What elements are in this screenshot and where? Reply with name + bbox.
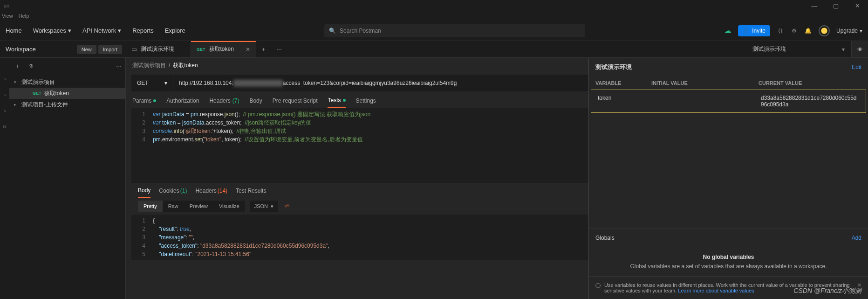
collection-label: 测试演示项目 bbox=[21, 78, 55, 86]
resp-tab-body[interactable]: Body bbox=[138, 183, 150, 198]
tab-label: 测试演示环境 bbox=[141, 45, 174, 53]
minimize-button[interactable]: — bbox=[804, 0, 825, 11]
search-input[interactable]: 🔍 Search Postman bbox=[324, 24, 585, 37]
maximize-button[interactable]: ▢ bbox=[825, 0, 847, 11]
tab-tests[interactable]: Tests bbox=[328, 93, 345, 108]
env-icon[interactable]: s bbox=[4, 108, 6, 113]
resp-tab-headers[interactable]: Headers(14) bbox=[195, 183, 227, 198]
breadcrumb-sep: / bbox=[169, 62, 170, 69]
avatar[interactable] bbox=[819, 25, 830, 36]
upgrade-button[interactable]: Upgrade▾ bbox=[836, 28, 862, 34]
cookie-count: (1) bbox=[180, 188, 187, 194]
collection-label: 测试项目-上传文件 bbox=[21, 101, 68, 109]
settings-icon[interactable]: ⚙ bbox=[791, 27, 798, 35]
chevron-down-icon: ▾ bbox=[118, 27, 121, 34]
watermark: CSDN @Franciz小测测 bbox=[793, 287, 861, 295]
filter-icon[interactable]: ⚗ bbox=[26, 61, 36, 71]
new-button[interactable]: New bbox=[77, 45, 96, 54]
env-quicklook-button[interactable]: 👁 bbox=[851, 41, 868, 57]
menu-view[interactable]: View bbox=[2, 13, 13, 19]
notifications-icon[interactable]: 🔔 bbox=[805, 27, 812, 35]
import-button[interactable]: Import bbox=[98, 45, 122, 54]
tab-env[interactable]: ▭ 测试演示环境 bbox=[126, 41, 191, 57]
breadcrumb-collection[interactable]: 测试演示项目 bbox=[132, 62, 166, 70]
tab-prerequest[interactable]: Pre-request Script bbox=[273, 93, 318, 108]
nav-workspaces[interactable]: Workspaces▾ bbox=[33, 27, 71, 34]
more-icon[interactable]: ⋯ bbox=[116, 63, 122, 70]
workspace-label[interactable]: Workspace bbox=[6, 46, 36, 53]
method-label: GET bbox=[137, 80, 149, 86]
line-gutter: 1234 bbox=[131, 108, 150, 183]
var-initial bbox=[654, 95, 761, 108]
chevron-down-icon: ▾ bbox=[14, 80, 19, 84]
app-title: an bbox=[4, 3, 9, 8]
tab-settings[interactable]: Settings bbox=[356, 93, 376, 108]
mock-icon[interactable]: rs bbox=[3, 124, 7, 129]
request-label: 获取token bbox=[44, 90, 69, 97]
collection-item[interactable]: ▸ 测试项目-上传文件 bbox=[9, 99, 125, 110]
sidebar: + ⚗ ⋯ ▾ 测试演示项目 GET 获取token ▸ 测试项目-上传文件 bbox=[9, 58, 126, 299]
chevron-down-icon: ▾ bbox=[842, 46, 845, 53]
environment-selector[interactable]: 测试演示环境 ▾ bbox=[746, 41, 851, 57]
url-text: http://192.168.10.104: bbox=[179, 80, 233, 86]
collection-item[interactable]: ▾ 测试演示项目 bbox=[9, 76, 125, 88]
sync-icon[interactable]: ☁ bbox=[724, 26, 731, 35]
menu-help[interactable]: Help bbox=[19, 13, 29, 19]
collections-icon[interactable]: s bbox=[4, 76, 6, 81]
add-collection-icon[interactable]: + bbox=[13, 61, 22, 71]
var-name: token bbox=[598, 95, 654, 108]
resp-tab-cookies[interactable]: Cookies(1) bbox=[159, 183, 187, 198]
wrap-lines-icon[interactable]: ⏎ bbox=[282, 200, 292, 212]
add-tab-button[interactable]: + bbox=[256, 41, 271, 57]
response-format-dropdown[interactable]: JSON▾ bbox=[250, 201, 278, 212]
globals-title: Globals bbox=[595, 235, 615, 241]
learn-more-link[interactable]: Learn more about variable values bbox=[678, 288, 754, 293]
nav-api-network[interactable]: API Network▾ bbox=[82, 27, 121, 34]
view-raw[interactable]: Raw bbox=[163, 201, 184, 212]
col-initial: INITIAL VALUE bbox=[651, 80, 759, 86]
tab-overflow-icon[interactable]: ⋯ bbox=[271, 41, 287, 57]
tab-params[interactable]: Params bbox=[132, 93, 156, 108]
nav-home[interactable]: Home bbox=[6, 27, 22, 34]
dot-indicator-icon bbox=[153, 99, 156, 102]
tab-authorization[interactable]: Authorization bbox=[166, 93, 199, 108]
nav-reports[interactable]: Reports bbox=[132, 27, 154, 34]
method-dropdown[interactable]: GET ▾ bbox=[131, 75, 173, 91]
url-text: access_token=123&corpid=ieaibiaiggmjyu3a… bbox=[283, 80, 457, 86]
chevron-down-icon: ▾ bbox=[164, 80, 167, 86]
tab-headers[interactable]: Headers (7) bbox=[209, 93, 239, 108]
resp-tab-tests[interactable]: Test Results bbox=[236, 183, 266, 198]
apis-icon[interactable]: s bbox=[4, 92, 6, 97]
var-current: d33a8a582882831d1ce7280d060c55d96c095d3a bbox=[761, 95, 859, 108]
capture-icon[interactable]: ⟨⟩ bbox=[777, 27, 784, 35]
line-gutter: 12345 bbox=[131, 215, 150, 260]
search-placeholder: Search Postman bbox=[340, 28, 381, 34]
invite-button[interactable]: 👤Invite bbox=[738, 25, 770, 36]
method-badge: GET bbox=[197, 47, 205, 52]
chevron-down-icon: ▾ bbox=[68, 27, 71, 34]
globals-empty-subtitle: Global variables are a set of variables … bbox=[595, 263, 861, 270]
chevron-down-icon: ▾ bbox=[860, 28, 862, 34]
edit-env-button[interactable]: Edit bbox=[852, 64, 861, 70]
url-redacted: ████████████ bbox=[233, 80, 283, 86]
close-window-button[interactable]: ✕ bbox=[847, 0, 868, 11]
info-icon: ⓘ bbox=[595, 282, 601, 289]
tab-body[interactable]: Body bbox=[249, 93, 262, 108]
env-panel-title: 测试演示环境 bbox=[595, 63, 632, 71]
request-item[interactable]: GET 获取token bbox=[9, 88, 125, 99]
view-visualize[interactable]: Visualize bbox=[213, 201, 245, 212]
breadcrumb-request: 获取token bbox=[173, 62, 198, 70]
env-selector-label: 测试演示环境 bbox=[752, 45, 786, 53]
nav-explore[interactable]: Explore bbox=[165, 27, 185, 34]
top-nav: Home Workspaces▾ API Network▾ Reports Ex… bbox=[0, 21, 868, 41]
tab-request[interactable]: GET 获取token ✕ bbox=[191, 41, 256, 57]
header-count: (7) bbox=[232, 97, 239, 104]
env-variable-row[interactable]: token d33a8a582882831d1ce7280d060c55d96c… bbox=[591, 90, 866, 113]
view-preview[interactable]: Preview bbox=[184, 201, 213, 212]
add-global-button[interactable]: Add bbox=[852, 235, 861, 241]
request-content: 测试演示项目 / 获取token GET ▾ http://192.168.10… bbox=[126, 58, 868, 299]
chevron-right-icon: ▸ bbox=[14, 102, 19, 107]
close-tab-icon[interactable]: ✕ bbox=[246, 46, 250, 53]
view-pretty[interactable]: Pretty bbox=[138, 201, 163, 212]
col-current: CURRENT VALUE bbox=[759, 80, 861, 86]
